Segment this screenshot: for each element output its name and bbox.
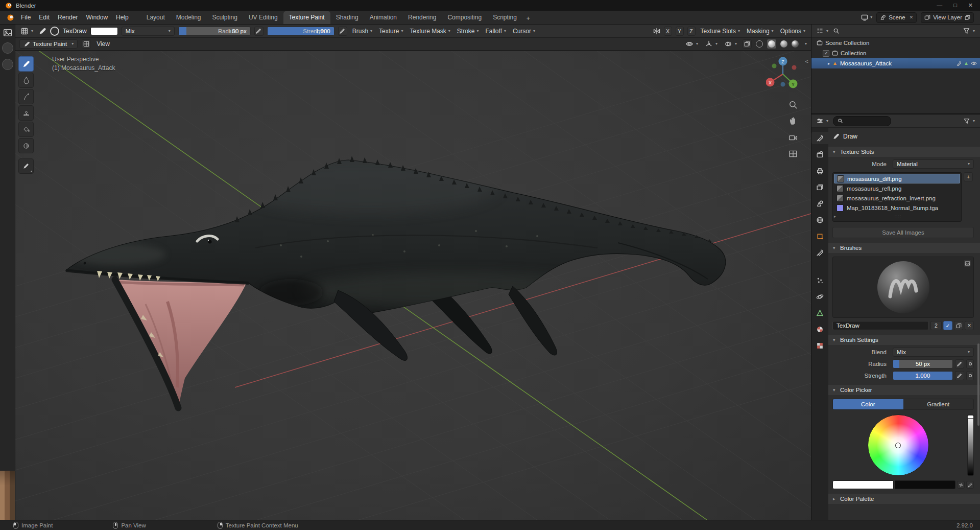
- gizmo-neg-z-axis[interactable]: [781, 82, 785, 87]
- strength-slider-prop[interactable]: 1.000: [893, 371, 953, 380]
- show-gizmo-dropdown[interactable]: ▾: [684, 39, 700, 49]
- scene-selector[interactable]: Scene ✕: [876, 12, 917, 23]
- color-wheel-cursor[interactable]: [896, 443, 900, 448]
- color-wheel[interactable]: [868, 414, 929, 476]
- image-tool-button[interactable]: [2, 59, 13, 70]
- stroke-menu[interactable]: Stroke▾: [456, 28, 481, 35]
- outliner-row-collection[interactable]: ✓ Collection: [811, 48, 980, 58]
- color-tab[interactable]: Color: [833, 399, 903, 409]
- tab-modeling[interactable]: Modeling: [171, 11, 207, 24]
- tool-draw[interactable]: [18, 56, 34, 72]
- brush-color-swatch[interactable]: [90, 27, 118, 35]
- xray-toggle[interactable]: [743, 39, 752, 49]
- tab-object-data[interactable]: [812, 307, 828, 319]
- tab-output[interactable]: [812, 165, 828, 177]
- tool-soften[interactable]: [18, 73, 34, 88]
- blend-dropdown[interactable]: Mix ▾: [893, 348, 974, 357]
- texture-slot-item[interactable]: mosasaurus_refl.png: [834, 183, 960, 193]
- texture-slots-panel-header[interactable]: ▾ Texture Slots: [828, 147, 980, 157]
- properties-search-input[interactable]: [833, 116, 891, 126]
- properties-scrollbar[interactable]: [977, 343, 979, 426]
- shading-wireframe-button[interactable]: [756, 40, 763, 48]
- 3d-viewport[interactable]: User Perspective (1) Mosasaurus_Attack: [15, 51, 811, 520]
- brush-blob-icon[interactable]: [50, 27, 59, 36]
- image-tool-button[interactable]: [2, 42, 13, 54]
- tab-tool[interactable]: [811, 132, 828, 144]
- swap-colors-icon[interactable]: [957, 481, 965, 489]
- tab-scene[interactable]: [812, 197, 828, 210]
- duplicate-brush-button[interactable]: [954, 321, 963, 330]
- close-button[interactable]: ✕: [968, 2, 973, 9]
- primary-color-swatch[interactable]: [832, 480, 894, 489]
- tool-smear[interactable]: [18, 89, 34, 104]
- outliner-row-object[interactable]: ▸ ▲ Mosasaurus_Attack ▲: [811, 58, 980, 68]
- eyedropper-icon[interactable]: [966, 481, 974, 489]
- strength-slider[interactable]: Strength 1.000: [267, 27, 334, 36]
- paint-mask-toggle[interactable]: [82, 39, 91, 49]
- texture-menu[interactable]: Texture▾: [377, 28, 404, 35]
- tab-compositing[interactable]: Compositing: [442, 11, 487, 24]
- view-layer-selector[interactable]: View Layer: [921, 12, 974, 23]
- navigation-gizmo[interactable]: X Y Z: [766, 57, 800, 91]
- tab-uv-editing[interactable]: UV Editing: [243, 11, 283, 24]
- shading-rendered-button[interactable]: [792, 40, 799, 48]
- radius-slider[interactable]: Radius 50 px: [178, 27, 251, 36]
- blender-menu-icon[interactable]: [4, 14, 17, 21]
- properties-editor-type-button[interactable]: ▾: [815, 117, 830, 125]
- tab-texture-paint[interactable]: Texture Paint: [283, 11, 330, 24]
- mesh-data-icon[interactable]: ▲: [964, 61, 969, 66]
- maximize-button[interactable]: □: [953, 2, 957, 9]
- falloff-menu[interactable]: Falloff▾: [484, 28, 508, 35]
- image-editor-icon[interactable]: [3, 28, 12, 37]
- menu-window[interactable]: Window: [82, 12, 112, 22]
- tab-world[interactable]: [812, 214, 828, 226]
- slot-mode-dropdown[interactable]: Material ▾: [893, 159, 974, 169]
- brush-preview-box[interactable]: [832, 257, 974, 318]
- save-all-images-button[interactable]: Save All Images: [832, 227, 974, 238]
- mode-dropdown[interactable]: Texture Paint ▾: [19, 39, 78, 49]
- tool-clone[interactable]: [18, 105, 34, 121]
- color-picker-panel-header[interactable]: ▾ Color Picker: [828, 385, 980, 395]
- menu-help[interactable]: Help: [112, 12, 133, 22]
- brush-user-count[interactable]: 2: [930, 321, 942, 330]
- image-editor-thumbnail[interactable]: [0, 471, 15, 520]
- hide-eye-icon[interactable]: [971, 60, 977, 66]
- options-panel-button[interactable]: Options▾: [779, 28, 807, 35]
- tool-annotate[interactable]: [18, 158, 34, 174]
- texture-slots-panel-button[interactable]: Texture Slots▾: [699, 28, 742, 35]
- image-editor-strip[interactable]: [0, 25, 15, 520]
- list-resize-grip[interactable]: ::::: [836, 214, 960, 219]
- outliner-filter-button[interactable]: ▾: [962, 27, 976, 35]
- radius-pressure-button[interactable]: [254, 27, 264, 36]
- texture-mask-menu[interactable]: Texture Mask▾: [408, 28, 451, 35]
- value-slider[interactable]: [967, 414, 974, 476]
- unlink-scene-icon[interactable]: ✕: [910, 15, 914, 20]
- tool-fill[interactable]: [18, 122, 34, 137]
- gradient-tab[interactable]: Gradient: [903, 399, 974, 409]
- properties-filter-button[interactable]: ▾: [962, 117, 976, 125]
- radius-pressure-button-prop[interactable]: [955, 359, 964, 368]
- symmetry-z-toggle[interactable]: Z: [687, 27, 696, 36]
- radius-animate-button[interactable]: [966, 359, 974, 368]
- add-slot-button[interactable]: +: [964, 172, 973, 181]
- tab-view-layer[interactable]: [812, 181, 828, 193]
- move-view-icon[interactable]: [788, 117, 798, 126]
- active-brush-icon[interactable]: [38, 27, 46, 35]
- tab-particles[interactable]: [812, 274, 828, 286]
- menu-edit[interactable]: Edit: [35, 12, 54, 22]
- unlink-brush-button[interactable]: ✕: [965, 321, 974, 330]
- gizmo-neg-x-axis[interactable]: [792, 65, 797, 70]
- tab-sculpting[interactable]: Sculpting: [207, 11, 243, 24]
- add-workspace-button[interactable]: +: [522, 13, 534, 24]
- brushes-panel-header[interactable]: ▾ Brushes: [828, 243, 980, 253]
- outliner-row-scene-collection[interactable]: Scene Collection: [811, 38, 980, 48]
- brush-name-field[interactable]: TexDraw: [832, 321, 929, 330]
- gizmos-dropdown[interactable]: ▾: [704, 39, 719, 49]
- tab-shading[interactable]: Shading: [330, 11, 364, 24]
- tab-rendering[interactable]: Rendering: [402, 11, 442, 24]
- zoom-icon[interactable]: [788, 100, 798, 109]
- strength-pressure-button-prop[interactable]: [955, 371, 964, 380]
- outliner-search-icon[interactable]: [833, 28, 840, 34]
- expand-icon[interactable]: ▸: [828, 61, 830, 66]
- texture-slot-item[interactable]: Map_10183618_Normal_Bump.tga: [834, 203, 960, 213]
